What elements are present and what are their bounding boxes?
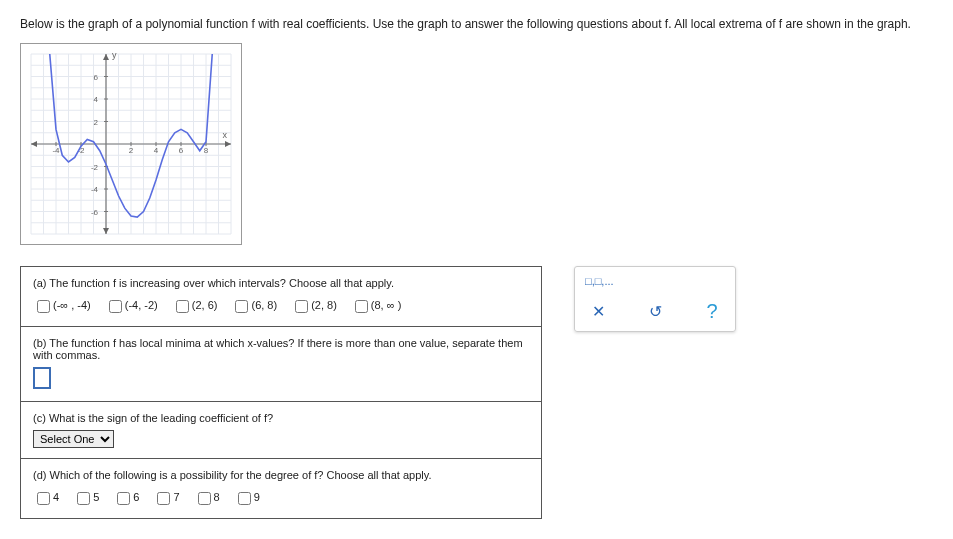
format-hint: □,□,...: [585, 275, 725, 287]
svg-text:4: 4: [94, 95, 99, 104]
part-d-checkbox[interactable]: [157, 492, 170, 505]
part-a-label: (8, ∞ ): [371, 299, 401, 311]
question-box: (a) The function f is increasing over wh…: [20, 266, 542, 519]
part-d-label: 7: [173, 491, 179, 503]
part-a-option[interactable]: (8, ∞ ): [351, 299, 401, 311]
svg-text:y: y: [112, 50, 117, 60]
part-a-option[interactable]: (6, 8): [231, 299, 277, 311]
part-d-option[interactable]: 9: [234, 491, 260, 503]
svg-text:-6: -6: [91, 207, 99, 216]
part-d-checkbox[interactable]: [238, 492, 251, 505]
clear-button[interactable]: ✕: [585, 301, 611, 323]
part-a-checkbox[interactable]: [176, 300, 189, 313]
polynomial-graph: -4-22468-6-4-2246 y x: [20, 43, 242, 245]
part-c-text: (c) What is the sign of the leading coef…: [33, 412, 529, 424]
svg-text:8: 8: [204, 146, 209, 155]
part-d-option[interactable]: 6: [113, 491, 139, 503]
leading-coeff-select[interactable]: Select One: [33, 430, 114, 448]
part-a-checkbox[interactable]: [355, 300, 368, 313]
svg-text:-2: -2: [91, 162, 99, 171]
reset-button[interactable]: ↺: [642, 301, 668, 323]
part-d-option[interactable]: 8: [194, 491, 220, 503]
answer-input-b[interactable]: [33, 367, 51, 389]
help-button[interactable]: ?: [699, 301, 725, 323]
tool-panel: □,□,... ✕ ↺ ?: [574, 266, 736, 332]
part-b-text: (b) The function f has local minima at w…: [33, 337, 529, 361]
part-d-label: 8: [214, 491, 220, 503]
part-d-option[interactable]: 4: [33, 491, 59, 503]
part-a-text: (a) The function f is increasing over wh…: [33, 277, 529, 289]
part-d-checkbox[interactable]: [198, 492, 211, 505]
part-d-checkbox[interactable]: [77, 492, 90, 505]
svg-text:-4: -4: [91, 185, 99, 194]
part-a-checkbox[interactable]: [37, 300, 50, 313]
svg-text:2: 2: [94, 117, 99, 126]
part-a-label: (2, 6): [192, 299, 218, 311]
part-a-checkbox[interactable]: [109, 300, 122, 313]
svg-text:x: x: [223, 130, 228, 140]
part-a-label: (2, 8): [311, 299, 337, 311]
part-a-option[interactable]: (-∞ , -4): [33, 299, 91, 311]
svg-text:6: 6: [179, 146, 184, 155]
part-d-label: 6: [133, 491, 139, 503]
part-d-label: 4: [53, 491, 59, 503]
close-icon: ✕: [592, 302, 605, 321]
question-prompt: Below is the graph of a polynomial funct…: [20, 16, 933, 33]
part-d-label: 5: [93, 491, 99, 503]
undo-icon: ↺: [649, 302, 662, 321]
part-a-option[interactable]: (-4, -2): [105, 299, 158, 311]
part-a-checkbox[interactable]: [235, 300, 248, 313]
part-a-checkbox[interactable]: [295, 300, 308, 313]
part-d-checkbox[interactable]: [37, 492, 50, 505]
part-d-checkbox[interactable]: [117, 492, 130, 505]
svg-text:4: 4: [154, 146, 159, 155]
part-a-label: (-∞ , -4): [53, 299, 91, 311]
part-d-text: (d) Which of the following is a possibil…: [33, 469, 529, 481]
svg-text:6: 6: [94, 72, 99, 81]
svg-text:2: 2: [129, 146, 134, 155]
part-d-option[interactable]: 7: [153, 491, 179, 503]
question-icon: ?: [706, 300, 717, 323]
part-a-label: (6, 8): [251, 299, 277, 311]
part-d-option[interactable]: 5: [73, 491, 99, 503]
part-a-option[interactable]: (2, 6): [172, 299, 218, 311]
svg-text:-4: -4: [52, 146, 60, 155]
part-a-label: (-4, -2): [125, 299, 158, 311]
part-d-label: 9: [254, 491, 260, 503]
part-a-option[interactable]: (2, 8): [291, 299, 337, 311]
